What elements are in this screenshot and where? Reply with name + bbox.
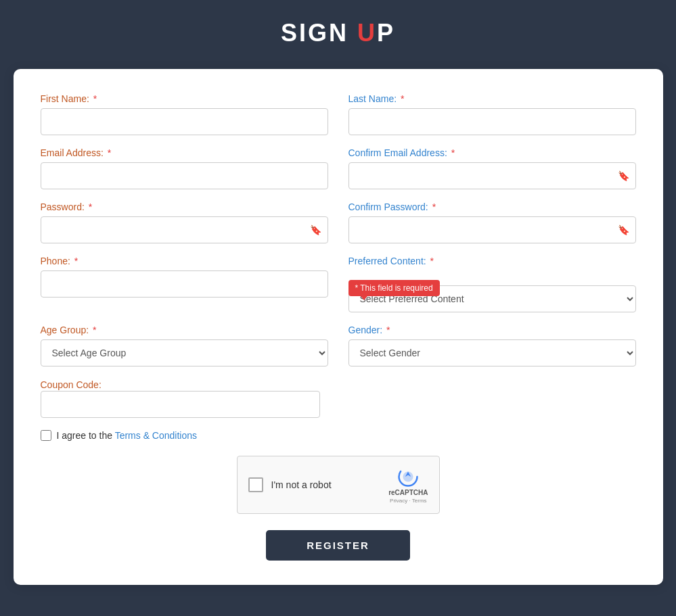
email-row: Email Address: * Confirm Email Address: … [41, 147, 636, 189]
confirm-email-input-wrapper: 🔖 [348, 162, 636, 189]
signup-form-container: First Name: * Last Name: * Email Address… [14, 69, 663, 585]
age-group-select[interactable]: Select Age Group Under 18 18-24 25-34 35… [41, 339, 328, 366]
recaptcha-box: I'm not a robot reCAPTCHA Privacy · Term… [237, 456, 440, 514]
email-input[interactable] [41, 162, 328, 189]
recaptcha-logo: reCAPTCHA Privacy · Terms [388, 466, 428, 504]
confirm-password-input[interactable] [348, 216, 636, 243]
recaptcha-spinner-icon [397, 466, 419, 488]
preferred-content-error: * This field is required [348, 280, 440, 296]
first-name-label: First Name: * [41, 93, 328, 104]
password-input-wrapper: 🔖 [41, 216, 328, 243]
preferred-content-wrapper: * This field is required Select Preferre… [348, 285, 636, 312]
confirm-email-label: Confirm Email Address: * [348, 147, 636, 158]
phone-input[interactable] [41, 270, 328, 298]
age-gender-row: Age Group: * Select Age Group Under 18 1… [41, 325, 636, 366]
email-label: Email Address: * [41, 147, 328, 158]
page-header: SIGN UP [0, 0, 676, 62]
page-title: SIGN UP [0, 19, 676, 47]
terms-link[interactable]: Terms & Conditions [115, 430, 197, 441]
terms-label: I agree to the Terms & Conditions [57, 430, 198, 441]
recaptcha-checkbox[interactable] [248, 477, 263, 492]
phone-group: Phone: * [41, 256, 328, 312]
last-name-group: Last Name: * [348, 93, 636, 135]
terms-row: I agree to the Terms & Conditions [41, 430, 636, 441]
password-eye-icon[interactable]: 🔖 [310, 224, 321, 235]
age-group-group: Age Group: * Select Age Group Under 18 1… [41, 325, 328, 366]
coupon-row: Coupon Code: [41, 379, 636, 418]
confirm-password-eye-icon[interactable]: 🔖 [618, 224, 629, 235]
gender-group: Gender: * Select Gender Male Female Non-… [348, 325, 636, 366]
name-row: First Name: * Last Name: * [41, 93, 636, 135]
confirm-email-eye-icon[interactable]: 🔖 [618, 170, 629, 181]
last-name-label: Last Name: * [348, 93, 636, 104]
confirm-password-input-wrapper: 🔖 [348, 216, 636, 243]
password-label: Password: * [41, 202, 328, 212]
recaptcha-text: I'm not a robot [271, 479, 332, 490]
confirm-email-group: Confirm Email Address: * 🔖 [348, 147, 636, 189]
first-name-input[interactable] [41, 108, 328, 135]
register-button[interactable]: REGISTER [266, 530, 410, 561]
coupon-code-input[interactable] [41, 391, 321, 418]
password-input[interactable] [41, 216, 328, 243]
email-group: Email Address: * [41, 147, 328, 189]
gender-label: Gender: * [348, 325, 636, 335]
confirm-password-group: Confirm Password: * 🔖 [348, 202, 636, 243]
password-row: Password: * 🔖 Confirm Password: * 🔖 [41, 202, 636, 243]
last-name-input[interactable] [348, 108, 636, 135]
terms-checkbox[interactable] [41, 430, 51, 441]
preferred-content-label: Preferred Content: * [348, 256, 636, 266]
confirm-password-label: Confirm Password: * [348, 202, 636, 212]
confirm-email-input[interactable] [348, 162, 636, 189]
age-group-label: Age Group: * [41, 325, 328, 335]
coupon-code-label: Coupon Code: [41, 379, 102, 390]
password-group: Password: * 🔖 [41, 202, 328, 243]
phone-preferred-row: Phone: * Preferred Content: * * This fie… [41, 256, 636, 312]
gender-select[interactable]: Select Gender Male Female Non-binary Pre… [348, 339, 636, 366]
first-name-group: First Name: * [41, 93, 328, 135]
recaptcha-left: I'm not a robot [248, 477, 332, 492]
preferred-content-group: Preferred Content: * * This field is req… [348, 256, 636, 312]
recaptcha-brand-text: reCAPTCHA [388, 489, 428, 496]
phone-label: Phone: * [41, 256, 328, 266]
recaptcha-sub-text: Privacy · Terms [390, 498, 427, 504]
